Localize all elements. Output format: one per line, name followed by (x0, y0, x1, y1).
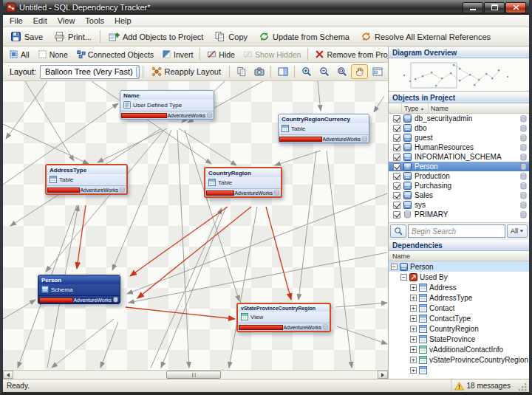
type-column-header[interactable]: Type▲ (402, 103, 429, 113)
invert-selection-button[interactable]: Invert (158, 47, 197, 61)
reapply-layout-button[interactable]: Reapply Layout (146, 64, 226, 79)
diagram-overview-minimap[interactable] (389, 58, 529, 92)
checkbox[interactable] (393, 134, 400, 142)
scroll-right-button[interactable] (378, 371, 388, 379)
search-input[interactable] (408, 224, 505, 238)
add-objects-button[interactable]: Add Objects to Project (103, 29, 208, 44)
update-from-schema-button[interactable]: Update from Schema (253, 29, 355, 44)
object-row[interactable]: Sales (389, 190, 529, 200)
object-row[interactable]: PRIMARY (389, 210, 529, 219)
node-db: AdventureWorks (80, 188, 118, 193)
object-row[interactable]: INFORMATION_SCHEMA (389, 152, 529, 162)
scrollbar-thumb[interactable] (166, 371, 221, 379)
print-icon (54, 31, 65, 42)
resolve-references-button[interactable]: Resolve All External References (355, 29, 496, 44)
tree-node[interactable]: Address (389, 282, 529, 292)
tree-node[interactable]: vStateProvinceCountryRegion (389, 354, 529, 365)
print-button[interactable]: Print... (49, 29, 97, 44)
object-row[interactable]: HumanResources (389, 142, 529, 152)
object-row[interactable]: sys (389, 200, 529, 210)
layout-dropdown-button[interactable] (136, 66, 140, 78)
diagram-node-countryregioncurrency[interactable]: CountryRegionCurrency Table AdventureWor… (278, 114, 369, 143)
checkbox-column-header[interactable] (389, 103, 402, 113)
expand-icon[interactable] (410, 305, 417, 312)
tree-node-person[interactable]: Person (389, 261, 529, 272)
resize-grip[interactable] (518, 382, 528, 392)
expand-icon[interactable] (410, 367, 417, 374)
object-row[interactable]: Purchasing (389, 181, 529, 190)
search-filter-button[interactable]: All (507, 224, 528, 238)
checkbox[interactable] (393, 182, 400, 190)
scroll-left-button[interactable] (3, 371, 13, 379)
collapse-icon[interactable] (391, 264, 398, 270)
expand-icon[interactable] (410, 284, 417, 291)
search-button[interactable] (390, 224, 406, 238)
checkbox[interactable] (393, 163, 400, 171)
expand-icon[interactable] (410, 346, 417, 353)
menu-file[interactable]: File (4, 16, 28, 26)
name-column-header[interactable]: Name (429, 103, 529, 113)
tree-node[interactable]: StateProvince (389, 334, 529, 344)
checkbox[interactable] (393, 154, 400, 161)
menu-view[interactable]: View (52, 16, 81, 26)
titlebar[interactable]: Untitled - SQL Dependency Tracker* (3, 0, 529, 15)
expand-icon[interactable] (410, 326, 417, 332)
object-row[interactable]: dbo (389, 123, 529, 133)
checkbox[interactable] (393, 115, 400, 123)
checkbox[interactable] (393, 144, 400, 151)
zoom-out-button[interactable] (316, 64, 332, 79)
menu-help[interactable]: Help (109, 16, 137, 26)
checkbox[interactable] (393, 202, 400, 209)
object-row[interactable]: Production (389, 171, 529, 181)
diagram-node-addresstype[interactable]: AddressType Table AdventureWorks (45, 164, 128, 195)
checkbox[interactable] (393, 125, 400, 132)
pan-button[interactable] (351, 64, 368, 79)
checkbox[interactable] (393, 192, 400, 199)
layout-select[interactable]: Balloon Tree (Very Fast) (40, 65, 139, 79)
zoom-in-button[interactable] (298, 64, 315, 79)
select-all-button[interactable]: All (5, 47, 33, 61)
diagram-node-name[interactable]: Name User Defined Type AdventureWorks (120, 90, 214, 120)
expand-icon[interactable] (410, 357, 417, 363)
export-image-button[interactable] (250, 64, 267, 79)
tree-node[interactable]: ContactType (389, 313, 529, 323)
hide-button[interactable]: Hide (203, 47, 239, 61)
connected-objects-button[interactable]: Connected Objects (72, 47, 157, 61)
object-row[interactable]: db_securityadmin (389, 114, 529, 123)
checkbox[interactable] (393, 211, 400, 219)
scrollbar-track[interactable] (13, 371, 378, 379)
canvas-horizontal-scrollbar[interactable] (3, 370, 388, 379)
diagram-node-person[interactable]: Person Schema AdventureWorks (38, 275, 120, 304)
overview-button[interactable] (369, 64, 386, 79)
checkbox[interactable] (393, 173, 400, 180)
select-none-button[interactable]: None (34, 47, 72, 61)
expand-icon[interactable] (410, 295, 417, 301)
expand-icon[interactable] (410, 315, 417, 322)
object-row[interactable]: guest (389, 133, 529, 142)
object-row-selected[interactable]: Person (389, 162, 529, 171)
tree-node[interactable]: vAdditionalContactInfo (389, 344, 529, 354)
schema-icon (400, 263, 408, 271)
collapse-icon[interactable] (400, 274, 407, 281)
close-button[interactable] (505, 2, 526, 13)
zoom-fit-button[interactable] (333, 64, 350, 79)
messages-button[interactable]: 18 messages (451, 379, 514, 392)
copy-button[interactable]: Copy (209, 29, 253, 44)
tree-node[interactable]: CountryRegion (389, 323, 529, 334)
menu-tools[interactable]: Tools (80, 16, 109, 26)
expand-icon[interactable] (410, 336, 417, 343)
menu-edit[interactable]: Edit (28, 16, 52, 26)
diagram-node-countryregion[interactable]: CountryRegion Table AdventureWorks (204, 167, 282, 198)
toggle-panels-button[interactable] (274, 64, 291, 79)
tree-node[interactable]: AddressType (389, 292, 529, 303)
copy-image-button[interactable] (233, 64, 250, 79)
diagram-canvas[interactable]: Name User Defined Type AdventureWorks Co… (3, 81, 388, 370)
save-button[interactable]: Save (5, 29, 48, 44)
tree-node-clipped[interactable] (389, 365, 529, 375)
minimize-button[interactable] (463, 2, 483, 13)
diagram-node-vstateprovincecountryregion[interactable]: vStateProvinceCountryRegion View Adventu… (236, 303, 331, 332)
tree-node[interactable]: Contact (389, 303, 529, 313)
dependencies-column-header[interactable]: Name (389, 251, 529, 261)
tree-node-used-by[interactable]: Used By (389, 272, 529, 282)
maximize-button[interactable] (484, 2, 505, 13)
